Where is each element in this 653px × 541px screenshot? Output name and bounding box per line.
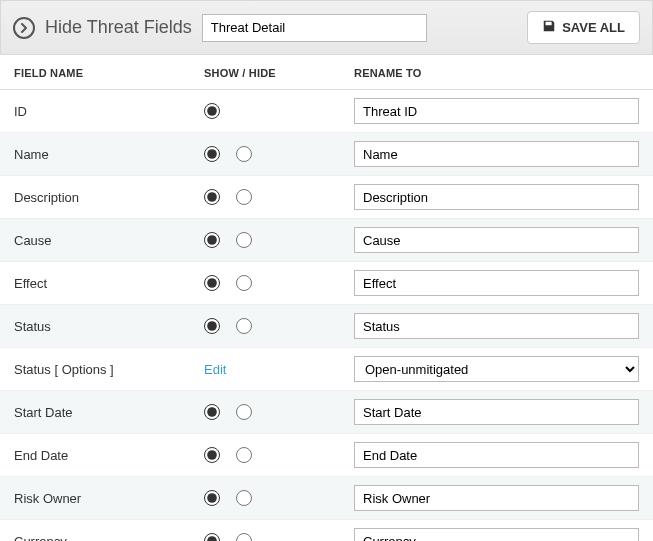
- rename-input[interactable]: [354, 399, 639, 425]
- hide-radio[interactable]: [236, 447, 252, 463]
- show-hide-radio-group: [204, 447, 326, 463]
- rename-input[interactable]: [354, 528, 639, 541]
- rename-input[interactable]: [354, 442, 639, 468]
- fields-table: FIELD NAME SHOW / HIDE RENAME TO IDNameD…: [0, 55, 653, 541]
- rename-input[interactable]: [354, 141, 639, 167]
- save-all-button[interactable]: SAVE ALL: [527, 11, 640, 44]
- show-radio[interactable]: [204, 232, 220, 248]
- threat-detail-input[interactable]: [202, 14, 427, 42]
- show-radio[interactable]: [204, 189, 220, 205]
- hide-radio[interactable]: [236, 146, 252, 162]
- table-row: Currency: [0, 520, 653, 542]
- show-radio[interactable]: [204, 103, 220, 119]
- rename-input[interactable]: [354, 227, 639, 253]
- field-name-cell: ID: [0, 90, 190, 133]
- table-row: Status: [0, 305, 653, 348]
- show-radio[interactable]: [204, 533, 220, 541]
- table-row: Description: [0, 176, 653, 219]
- show-hide-radio-group: [204, 146, 326, 162]
- hide-radio[interactable]: [236, 318, 252, 334]
- hide-radio[interactable]: [236, 490, 252, 506]
- show-hide-radio-group: [204, 533, 326, 541]
- table-row: Start Date: [0, 391, 653, 434]
- field-name-cell: Status [ Options ]: [0, 348, 190, 391]
- edit-options-link[interactable]: Edit: [204, 362, 226, 377]
- col-header-rename-to: RENAME TO: [340, 55, 653, 90]
- table-row: Name: [0, 133, 653, 176]
- rename-input[interactable]: [354, 98, 639, 124]
- hide-radio[interactable]: [236, 275, 252, 291]
- rename-input[interactable]: [354, 270, 639, 296]
- status-options-select[interactable]: Open-unmitigated: [354, 356, 639, 382]
- rename-input[interactable]: [354, 313, 639, 339]
- field-name-cell: Name: [0, 133, 190, 176]
- table-row: End Date: [0, 434, 653, 477]
- save-icon: [542, 19, 556, 36]
- show-hide-radio-group: [204, 275, 326, 291]
- field-name-cell: Risk Owner: [0, 477, 190, 520]
- hide-radio[interactable]: [236, 232, 252, 248]
- show-hide-radio-group: [204, 318, 326, 334]
- rename-input[interactable]: [354, 184, 639, 210]
- field-name-cell: Currency: [0, 520, 190, 542]
- show-hide-radio-group: [204, 232, 326, 248]
- table-row: Status [ Options ]EditOpen-unmitigated: [0, 348, 653, 391]
- rename-input[interactable]: [354, 485, 639, 511]
- field-name-cell: Status: [0, 305, 190, 348]
- field-name-cell: Start Date: [0, 391, 190, 434]
- table-row: Cause: [0, 219, 653, 262]
- show-radio[interactable]: [204, 490, 220, 506]
- hide-radio[interactable]: [236, 404, 252, 420]
- table-row: ID: [0, 90, 653, 133]
- field-name-cell: Cause: [0, 219, 190, 262]
- field-name-cell: Effect: [0, 262, 190, 305]
- show-radio[interactable]: [204, 275, 220, 291]
- show-radio[interactable]: [204, 146, 220, 162]
- field-name-cell: End Date: [0, 434, 190, 477]
- field-name-cell: Description: [0, 176, 190, 219]
- table-row: Effect: [0, 262, 653, 305]
- show-radio[interactable]: [204, 404, 220, 420]
- panel-title: Hide Threat Fields: [45, 17, 192, 38]
- show-radio[interactable]: [204, 318, 220, 334]
- col-header-show-hide: SHOW / HIDE: [190, 55, 340, 90]
- hide-radio[interactable]: [236, 533, 252, 541]
- save-all-label: SAVE ALL: [562, 20, 625, 35]
- hide-radio[interactable]: [236, 189, 252, 205]
- show-hide-radio-group: [204, 490, 326, 506]
- show-hide-radio-group: [204, 189, 326, 205]
- show-hide-radio-group: [204, 103, 326, 119]
- panel-header: Hide Threat Fields SAVE ALL: [0, 0, 653, 55]
- collapse-toggle-icon[interactable]: [13, 17, 35, 39]
- show-radio[interactable]: [204, 447, 220, 463]
- table-row: Risk Owner: [0, 477, 653, 520]
- col-header-field-name: FIELD NAME: [0, 55, 190, 90]
- show-hide-radio-group: [204, 404, 326, 420]
